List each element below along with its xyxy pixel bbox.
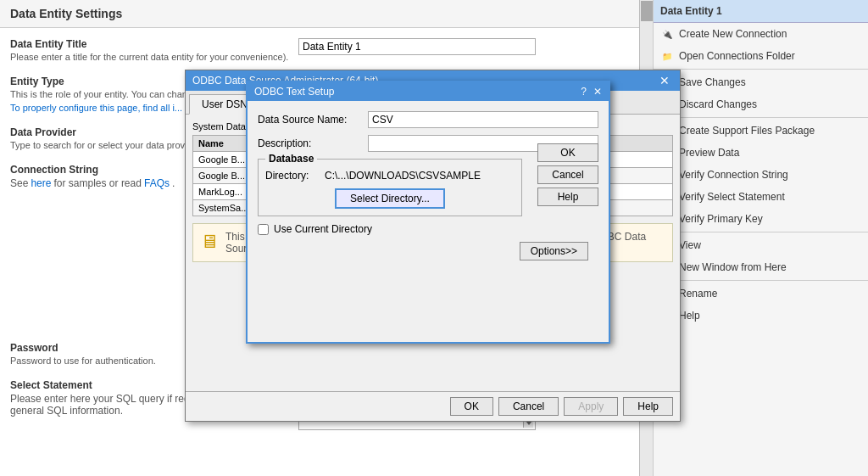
odbc-admin-footer: OK Cancel Apply Help: [186, 391, 680, 421]
use-current-dir-label: Use Current Directory: [274, 223, 372, 235]
right-menu-create-connection[interactable]: 🔌 Create New Connection: [654, 23, 868, 45]
open-connections-icon: 📁: [660, 49, 674, 63]
right-menu-preview-data[interactable]: Preview Data: [654, 142, 868, 164]
text-setup-ok-button[interactable]: OK: [537, 143, 598, 162]
odbc-ok-button[interactable]: OK: [450, 397, 493, 416]
save-changes-label: Save Changes: [679, 76, 746, 88]
preview-data-label: Preview Data: [679, 147, 739, 159]
open-connections-label: Open Connections Folder: [679, 50, 795, 62]
verify-primary-label: Verify Primary Key: [679, 213, 763, 225]
right-menu-rename[interactable]: Rename: [654, 283, 868, 305]
connection-string-faqs-link[interactable]: FAQs: [144, 177, 170, 189]
help-label: Help: [679, 310, 700, 322]
text-setup-dialog: ODBC Text Setup ? ✕ OK Cancel Help Data …: [246, 81, 610, 344]
text-setup-title: ODBC Text Setup: [254, 86, 335, 98]
database-group: Database Directory: C:\...\DOWNLOADS\CSV…: [258, 159, 522, 216]
directory-label: Directory:: [265, 170, 325, 182]
create-connection-icon: 🔌: [660, 27, 674, 41]
odbc-admin-close-button[interactable]: ✕: [656, 74, 673, 87]
text-setup-body: OK Cancel Help Data Source Name: Descrip…: [248, 101, 609, 271]
view-label: View: [679, 239, 701, 251]
datasource-name-row: Data Source Name:: [258, 111, 598, 128]
right-menu-discard-changes[interactable]: Discard Changes: [654, 93, 868, 115]
directory-row: Directory: C:\...\DOWNLOADS\CSVSAMPLE: [265, 170, 515, 182]
entity-title-section: Data Entity Title Please enter a title f…: [10, 38, 643, 62]
right-menu-verify-select[interactable]: Verify Select Statement: [654, 186, 868, 208]
select-directory-button[interactable]: Select Directory...: [335, 188, 445, 209]
menu-separator-3: [654, 232, 868, 232]
menu-separator-4: [654, 280, 868, 281]
text-setup-titlebar: ODBC Text Setup ? ✕: [248, 82, 609, 101]
right-menu-verify-primary[interactable]: Verify Primary Key: [654, 208, 868, 230]
right-menu-save-changes[interactable]: Save Changes: [654, 71, 868, 93]
new-window-label: New Window from Here: [679, 261, 787, 273]
menu-separator-2: [654, 117, 868, 118]
create-support-label: Create Support Files Package: [679, 125, 815, 137]
database-group-legend: Database: [265, 153, 317, 165]
text-setup-cancel-button[interactable]: Cancel: [537, 165, 598, 184]
text-setup-help-char: ?: [581, 86, 587, 98]
entity-title-heading: Data Entity Title: [10, 38, 298, 50]
text-setup-close-button[interactable]: ✕: [593, 86, 602, 98]
right-panel: Data Entity 1 🔌 Create New Connection 📁 …: [653, 0, 868, 476]
directory-value: C:\...\DOWNLOADS\CSVSAMPLE: [325, 170, 515, 182]
page-title: Data Entity Settings: [10, 7, 643, 20]
entity-title-desc: Please enter a title for the current dat…: [10, 52, 298, 62]
text-setup-side-buttons: OK Cancel Help: [537, 143, 598, 206]
use-current-dir-row: Use Current Directory: [258, 223, 598, 235]
odbc-help-button[interactable]: Help: [623, 397, 673, 416]
create-connection-label: Create New Connection: [679, 28, 787, 40]
options-button[interactable]: Options>>: [520, 242, 588, 260]
right-menu-view[interactable]: View: [654, 234, 868, 256]
datasource-name-input[interactable]: [368, 111, 598, 128]
verify-connection-label: Verify Connection String: [679, 169, 788, 181]
info-icon: 🖥: [200, 231, 219, 253]
right-menu-help[interactable]: Help: [654, 305, 868, 327]
right-menu-verify-connection[interactable]: Verify Connection String: [654, 164, 868, 186]
use-current-dir-checkbox[interactable]: [258, 224, 269, 235]
left-panel-header: Data Entity Settings: [0, 0, 653, 28]
connection-string-here-link[interactable]: here: [31, 177, 51, 189]
verify-select-label: Verify Select Statement: [679, 191, 785, 203]
datasource-name-label: Data Source Name:: [258, 114, 368, 126]
menu-separator-1: [654, 69, 868, 70]
description-label: Description:: [258, 137, 368, 149]
right-menu-new-window[interactable]: New Window from Here: [654, 256, 868, 278]
odbc-cancel-button[interactable]: Cancel: [498, 397, 559, 416]
text-setup-help-button[interactable]: Help: [537, 188, 598, 206]
right-menu-open-connections[interactable]: 📁 Open Connections Folder: [654, 45, 868, 67]
discard-changes-label: Discard Changes: [679, 98, 757, 110]
entity-title-input[interactable]: [298, 38, 536, 55]
rename-label: Rename: [679, 288, 717, 300]
right-panel-title: Data Entity 1: [654, 0, 868, 23]
right-menu-create-support[interactable]: Create Support Files Package: [654, 120, 868, 142]
odbc-apply-button[interactable]: Apply: [564, 397, 618, 416]
